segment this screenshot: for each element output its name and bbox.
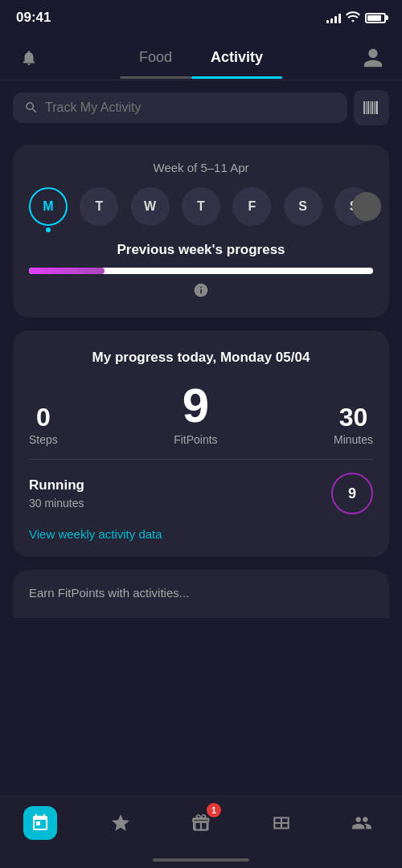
- divider: [29, 459, 373, 460]
- steps-value: 0: [36, 404, 51, 430]
- stats-row: 0 Steps 9 FitPoints 30 Minutes: [29, 382, 373, 446]
- main-content: Week of 5–11 Apr M T W T F S S Previous …: [0, 135, 402, 628]
- bell-icon[interactable]: [13, 49, 45, 67]
- nav-item-dashboard[interactable]: [265, 806, 298, 840]
- wifi-icon: [346, 11, 360, 25]
- search-container: [0, 80, 402, 135]
- tab-activity[interactable]: Activity: [191, 43, 282, 72]
- gift-icon: 1: [184, 806, 218, 840]
- minutes-label: Minutes: [334, 433, 373, 446]
- days-row: M T W T F S S: [29, 187, 373, 226]
- scroll-handle[interactable]: [352, 192, 381, 221]
- community-icon: [345, 806, 379, 840]
- stat-fitpoints: 9 FitPoints: [174, 382, 217, 446]
- view-weekly-link[interactable]: View weekly activity data: [29, 527, 373, 541]
- search-input-wrap[interactable]: [13, 92, 347, 123]
- status-time: 09:41: [16, 10, 51, 26]
- nav-item-favorites[interactable]: [104, 806, 137, 840]
- fitpoints-label: FitPoints: [174, 433, 217, 446]
- day-saturday[interactable]: S: [284, 187, 322, 226]
- day-tuesday[interactable]: T: [80, 187, 118, 226]
- progress-title: Previous week's progress: [29, 242, 373, 258]
- stat-steps: 0 Steps: [29, 404, 58, 446]
- day-monday[interactable]: M: [29, 187, 68, 226]
- activity-fitpoints-value: 9: [348, 485, 356, 502]
- bottom-nav: 1: [0, 796, 402, 868]
- tab-bar: Food Activity: [0, 35, 402, 80]
- partial-card: Earn FitPoints with activities...: [13, 570, 389, 618]
- info-icon[interactable]: [29, 282, 373, 301]
- activity-row: Running 30 minutes 9: [29, 473, 373, 514]
- today-title: My progress today, Monday 05/04: [29, 350, 373, 366]
- minutes-value: 30: [339, 404, 368, 430]
- nav-item-community[interactable]: [345, 806, 379, 840]
- week-card: Week of 5–11 Apr M T W T F S S Previous …: [13, 145, 389, 317]
- barcode-icon: [362, 98, 381, 117]
- week-label: Week of 5–11 Apr: [29, 161, 373, 174]
- home-indicator: [153, 858, 249, 862]
- status-icons: [326, 11, 386, 25]
- status-bar: 09:41: [0, 0, 402, 35]
- search-icon: [24, 100, 39, 115]
- fitpoints-value: 9: [183, 382, 209, 430]
- calendar-icon: [23, 806, 57, 840]
- progress-bar: [29, 268, 373, 274]
- dashboard-icon: [265, 806, 298, 840]
- progress-section: Previous week's progress: [29, 242, 373, 301]
- day-thursday[interactable]: T: [182, 187, 220, 226]
- tab-food[interactable]: Food: [120, 43, 191, 72]
- day-friday[interactable]: F: [232, 187, 271, 226]
- progress-fill: [29, 268, 105, 274]
- nav-item-rewards[interactable]: 1: [184, 806, 218, 840]
- search-input[interactable]: [45, 100, 336, 115]
- nav-item-calendar[interactable]: [23, 806, 57, 840]
- today-card: My progress today, Monday 05/04 0 Steps …: [13, 330, 389, 557]
- star-icon: [104, 806, 137, 840]
- user-avatar[interactable]: [357, 47, 389, 69]
- rewards-badge: 1: [207, 803, 221, 817]
- day-wednesday[interactable]: W: [131, 187, 170, 226]
- steps-label: Steps: [29, 433, 58, 446]
- partial-text: Earn FitPoints with activities...: [29, 586, 189, 600]
- activity-duration: 30 minutes: [29, 497, 84, 510]
- activity-fitpoints-circle: 9: [331, 473, 373, 514]
- tabs-container: Food Activity: [45, 43, 357, 72]
- signal-icon: [326, 12, 341, 23]
- battery-icon: [365, 13, 386, 23]
- activity-info: Running 30 minutes: [29, 477, 84, 510]
- stat-minutes: 30 Minutes: [334, 404, 373, 446]
- barcode-button[interactable]: [354, 90, 389, 125]
- activity-name: Running: [29, 477, 84, 493]
